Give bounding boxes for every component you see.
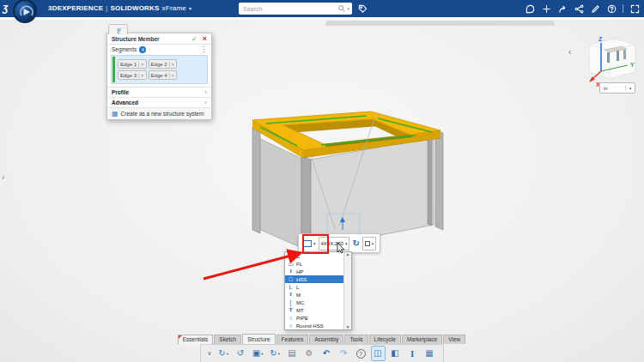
profile-option-mt[interactable]: TMT (285, 306, 343, 314)
search-options-caret-icon[interactable] (347, 6, 349, 11)
dialog-tab[interactable]: ╔ (108, 24, 128, 34)
search-box[interactable] (239, 3, 352, 15)
scroll-down-icon[interactable]: ▼ (346, 325, 349, 329)
update-icon[interactable]: ↻▾ (268, 346, 283, 361)
tab-view[interactable]: View (443, 335, 465, 344)
alignment-caret-icon (372, 241, 374, 246)
catalog-icon[interactable]: ◫ (371, 346, 386, 361)
advanced-section-label: Advanced (112, 100, 138, 106)
rotate-profile-button[interactable]: ↻ (352, 237, 359, 250)
brand-app: xFrame (162, 4, 186, 12)
tag-icon[interactable] (356, 3, 368, 15)
right-panel-collapse-icon[interactable] (568, 47, 571, 57)
action-bar: EssentialsSketchStructureFeaturesAssembl… (0, 335, 644, 362)
remove-chip-icon[interactable]: × (138, 73, 146, 78)
profile-option-label: MC (296, 300, 304, 305)
export-icon[interactable]: ▤ (285, 346, 300, 361)
undo-icon[interactable]: ↶ (319, 346, 334, 361)
tab-marketplace[interactable]: Marketplace (402, 335, 442, 344)
tab-features[interactable]: Features (276, 335, 309, 344)
settings-icon[interactable]: ⚙ (302, 346, 317, 361)
save-icon[interactable]: ▣▾ (251, 346, 265, 361)
profile-option-round-hss[interactable]: ○Round HSS (285, 322, 343, 329)
structure-profile-icon[interactable]: I (405, 346, 420, 361)
topbar-right-icons (525, 0, 640, 17)
help-icon[interactable]: ? (354, 346, 368, 361)
profile-option-hp[interactable]: IHP (285, 268, 343, 275)
action-bar-tools: ↻▾↺▣▾↻▾▤⚙↶↷?◫◧I▦ (200, 344, 443, 362)
segments-menu-icon[interactable] (200, 45, 207, 53)
ok-check-icon[interactable] (191, 35, 197, 43)
profile-option-fl[interactable]: ▭FL (285, 260, 343, 268)
redo-icon[interactable]: ↷ (337, 346, 351, 361)
remove-chip-icon[interactable]: × (138, 62, 146, 67)
advanced-section[interactable]: Advanced (107, 97, 211, 107)
bom-icon[interactable]: ▦ (422, 346, 437, 361)
edge-chip[interactable]: Edge 2× (149, 59, 178, 69)
tab-tools[interactable]: Tools (344, 335, 368, 344)
tab-structure[interactable]: Structure (242, 334, 275, 344)
cancel-x-icon[interactable] (203, 34, 207, 43)
notifications-icon[interactable] (525, 3, 535, 14)
pipe-profile-icon: ○ (287, 314, 295, 322)
search-icon[interactable] (337, 3, 347, 14)
brand-separator: | (106, 4, 107, 12)
profile-option-pipe[interactable]: ○PIPE (285, 314, 343, 322)
profile-option-label: PIPE (296, 316, 308, 321)
profile-option-label: M (296, 293, 301, 298)
scroll-up-icon[interactable]: ▲ (346, 252, 349, 256)
annotation-highlight-box (302, 234, 329, 254)
rotate-icon: ↻ (352, 238, 359, 248)
dropdown-scrollbar[interactable]: ▲ ▼ (343, 252, 351, 329)
edge-chip-label: Edge 4 (149, 73, 169, 78)
app-title: 3DEXPERIENCE|SOLIDWORKSxFrame (48, 0, 191, 17)
shaded-view-icon[interactable]: ◧ (388, 346, 403, 361)
corner-post[interactable] (435, 130, 443, 230)
collaboration-icon[interactable] (574, 3, 584, 14)
collapsed-top-panel[interactable] (325, 21, 555, 26)
tab-assembly[interactable]: Assembly (309, 335, 343, 344)
profile-section[interactable]: Profile (107, 87, 211, 97)
brand-product: SOLIDWORKS (110, 4, 159, 12)
remove-chip-icon[interactable]: × (169, 73, 177, 78)
add-icon[interactable] (541, 3, 551, 14)
profile-option-mc[interactable]: [MC (285, 299, 343, 306)
left-panel-expander-icon[interactable] (2, 172, 4, 182)
action-bar-tabs: EssentialsSketchStructureFeaturesAssembl… (178, 335, 467, 344)
create-structure-system-label: Create as a new structure system (121, 111, 204, 117)
profile-option-hss[interactable]: □HSS (285, 275, 343, 283)
dassault-logo-icon[interactable]: ʒ (3, 2, 8, 14)
units-dropdown[interactable]: in (599, 82, 635, 94)
profile-option-l[interactable]: LL (285, 283, 343, 291)
lifecycle-icon[interactable]: ↻▾ (216, 346, 231, 361)
create-structure-system-option[interactable]: ▦ Create as a new structure system (107, 107, 211, 119)
profile-alignment-button[interactable] (362, 237, 377, 250)
edge-chip[interactable]: Edge 4× (149, 70, 178, 80)
corner-post[interactable] (252, 127, 260, 233)
fullscreen-icon[interactable] (629, 3, 640, 14)
bom-icon-glyph: ▦ (425, 347, 433, 360)
search-input[interactable] (239, 6, 337, 12)
compass-icon[interactable] (13, 0, 37, 23)
help-icon[interactable] (606, 3, 617, 14)
dialog-title: Structure Member (112, 36, 160, 42)
edge-chip[interactable]: Edge 3× (118, 70, 147, 80)
tab-sketch[interactable]: Sketch (214, 335, 241, 344)
tab-lifecycle[interactable]: Lifecycle (369, 335, 401, 344)
share-icon[interactable] (557, 3, 568, 14)
history-icon[interactable]: ↺ (234, 346, 248, 361)
remove-chip-icon[interactable]: × (169, 62, 177, 67)
edge-chip[interactable]: Edge 1× (118, 59, 147, 69)
units-value: in (600, 86, 625, 91)
profile-option-m[interactable]: IM (285, 291, 343, 299)
export-icon-glyph: ▤ (288, 347, 295, 360)
collapse-toolbar-icon[interactable] (207, 350, 211, 357)
edge-chip-label: Edge 3 (118, 73, 138, 78)
feedback-pen-icon[interactable] (590, 3, 600, 14)
corner-post[interactable] (428, 135, 432, 226)
view-cube[interactable]: Z Y X (589, 36, 635, 87)
app-switcher-caret-icon[interactable] (189, 6, 191, 11)
tab-essentials[interactable]: Essentials (178, 335, 214, 344)
ibeam-profile-icon: I (287, 268, 295, 275)
segments-selection-box[interactable]: Edge 1×Edge 2×Edge 3×Edge 4× (111, 55, 208, 84)
